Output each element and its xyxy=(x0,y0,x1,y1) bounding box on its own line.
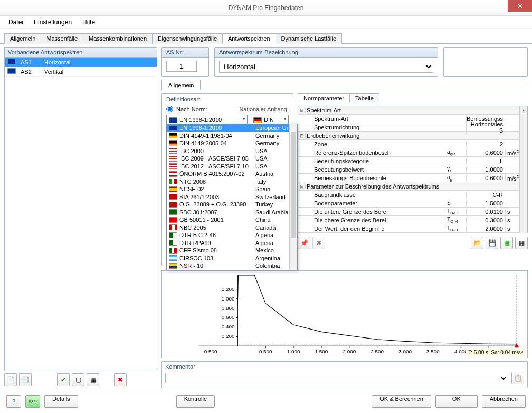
svg-text:-0.500: -0.500 xyxy=(203,349,217,354)
dropdown-item[interactable]: NBC 2005Canada xyxy=(167,224,297,232)
dropdown-item[interactable]: CFE Sismo 08Mexico xyxy=(167,247,297,255)
dropdown-item[interactable]: IBC 2000USA xyxy=(167,147,297,155)
eu-flag-icon xyxy=(7,59,16,64)
dz-flag-icon xyxy=(169,232,177,238)
open-button[interactable]: 📂 xyxy=(471,237,483,249)
list-item[interactable]: AS1Horizontal xyxy=(5,58,157,67)
svg-text:0.800: 0.800 xyxy=(222,305,235,311)
check-button[interactable]: ✔ xyxy=(57,373,70,386)
eu-flag-icon xyxy=(7,68,16,74)
tab-eigenschwingungsfälle[interactable]: Eigenschwingungsfälle xyxy=(152,33,223,44)
grid-button[interactable]: ▦ xyxy=(87,373,99,386)
definitionsart-title: Definitionsart xyxy=(166,96,289,102)
kontrolle-button[interactable]: Kontrolle xyxy=(176,395,215,408)
dropdown-item[interactable]: NTC 2008Italy xyxy=(167,178,297,186)
dropdown-item[interactable]: O.G. 23089 + O.G. 23390Turkey xyxy=(167,201,297,209)
svg-text:0.400: 0.400 xyxy=(222,324,235,330)
us-flag-icon xyxy=(169,163,177,169)
spectra-list[interactable]: AS1HorizontalAS2Vertikal xyxy=(4,58,157,371)
help-button[interactable]: ? xyxy=(6,395,21,408)
tab-massenkombinationen[interactable]: Massenkombinationen xyxy=(83,33,153,44)
dropdown-item[interactable]: ÖNORM B 4015:2007-02Austria xyxy=(167,170,297,178)
kommentar-label: Kommentar xyxy=(165,363,524,370)
ch-flag-icon xyxy=(169,194,177,200)
tab-tabelle[interactable]: Tabelle xyxy=(349,93,379,102)
close-button[interactable]: ✕ xyxy=(508,0,532,12)
prop-row[interactable]: Die untere Grenze des BereTB-H0.0100s xyxy=(298,208,527,216)
copy-button[interactable]: 📑 xyxy=(19,373,32,386)
norm-dropdown-list[interactable]: EN 1998-1:2010European UnionDIN 4149-1:1… xyxy=(166,124,298,270)
kommentar-list-button[interactable]: 📋 xyxy=(511,372,524,384)
unpin-button[interactable]: ✖ xyxy=(312,237,325,249)
main-tabbar: AllgemeinMassenfälleMassenkombinationenE… xyxy=(0,33,532,44)
property-grid[interactable]: ⊟Spektrum-ArtSpektrum-ArtBemessungssSpek… xyxy=(298,106,528,233)
new-button[interactable]: 📄 xyxy=(4,373,17,386)
prop-row[interactable]: BedeutungskategorieII xyxy=(298,157,527,165)
menu-settings[interactable]: Einstellungen xyxy=(30,17,76,27)
dropdown-item[interactable]: GB 50011 - 2001China xyxy=(167,216,297,224)
mx-flag-icon xyxy=(169,248,177,254)
ok-berechnen-button[interactable]: OK & Berechnen xyxy=(372,395,431,408)
svg-text:4.500: 4.500 xyxy=(482,349,496,354)
kommentar-input[interactable] xyxy=(165,373,508,383)
dropdown-item[interactable]: SBC 301:2007Saudi Arabia xyxy=(167,209,297,217)
tab-normparameter[interactable]: Normparameter xyxy=(298,93,350,102)
prop-row[interactable]: Zone2 xyxy=(298,140,527,148)
prop-row[interactable]: BaugrundklasseC-R xyxy=(298,191,527,199)
tab-dynamische lastfälle[interactable]: Dynamische Lastfälle xyxy=(276,33,343,44)
bezeichnung-input[interactable]: Horizontal xyxy=(219,61,433,73)
svg-text:3.000: 3.000 xyxy=(398,349,412,354)
cancel-button[interactable]: Abbrechen xyxy=(482,395,526,408)
bezeichnung-group: Antwortspektrum-Bezeichnung Horizontal xyxy=(214,47,438,77)
dz-flag-icon xyxy=(169,240,177,246)
prop-group[interactable]: ⊟Parameter zur Beschreibung des Antworts… xyxy=(298,182,527,191)
radio-nach-norm[interactable] xyxy=(166,106,173,112)
cn-flag-icon xyxy=(169,217,177,223)
svg-text:0.600: 0.600 xyxy=(222,314,235,320)
prop-group[interactable]: ⊟Spektrum-Art xyxy=(298,106,527,115)
menu-file[interactable]: Datei xyxy=(4,17,27,27)
dropdown-item[interactable]: NSR - 10Colombia xyxy=(167,262,297,270)
asnr-group: AS Nr.: xyxy=(162,47,209,77)
delete-button[interactable]: ✖ xyxy=(114,373,127,386)
list-item[interactable]: AS2Vertikal xyxy=(5,67,157,77)
dropdown-item[interactable]: NCSE-02Spain xyxy=(167,185,297,193)
asnr-input[interactable] xyxy=(166,61,197,72)
prop-row[interactable]: Der Wert, der den Beginn dTD-H2.0000s xyxy=(298,224,527,233)
dropdown-item[interactable]: SIA 261/1:2003Switzerland xyxy=(167,193,297,201)
tab-allgemein[interactable]: Allgemein xyxy=(4,33,41,44)
dropdown-item[interactable]: DTR B C 2-48Algeria xyxy=(167,231,297,239)
details-button[interactable]: Details xyxy=(44,395,78,408)
prop-row[interactable]: Referenz-SpitzenbodenbeschagR0.6000m/s2 xyxy=(298,148,527,157)
dropdown-item[interactable]: DIN 4149:2005-04Germany xyxy=(167,139,297,147)
dropdown-item[interactable]: IBC 2012 - ASCE/SEI 7-10USA xyxy=(167,163,297,171)
prop-row[interactable]: BedeutungsbeiwertγI1.0000 xyxy=(298,165,527,174)
uncheck-button[interactable]: ▢ xyxy=(72,373,84,386)
subtab-allgemein[interactable]: Allgemein xyxy=(162,80,201,90)
prop-row[interactable]: SpektrumrichtungHorizontales S xyxy=(298,123,527,132)
de-flag-icon xyxy=(253,117,262,123)
dropdown-item[interactable]: DIN 4149-1:1981-04Germany xyxy=(167,132,297,140)
propgrid-scrollbar[interactable]: ▴ xyxy=(519,106,527,233)
prop-group[interactable]: ⊟Erdbebeneinwirkung xyxy=(298,132,527,140)
ca-flag-icon xyxy=(169,224,177,230)
export-button[interactable]: ▦ xyxy=(500,237,513,249)
ok-button[interactable]: OK xyxy=(435,395,478,408)
pin-button[interactable]: 📌 xyxy=(298,237,310,249)
prop-row[interactable]: Bemessungs-Bodenbeschleag0.6000m/s2 xyxy=(298,174,527,182)
import-button[interactable]: ▦ xyxy=(515,237,528,249)
tab-massenfälle[interactable]: Massenfälle xyxy=(41,33,83,44)
menu-help[interactable]: Hilfe xyxy=(78,17,99,27)
save-button[interactable]: 💾 xyxy=(486,237,498,249)
us-flag-icon xyxy=(169,148,177,154)
prop-row[interactable]: Die obere Grenze des BereiTC-H0.3000s xyxy=(298,216,527,224)
dropdown-item[interactable]: EN 1998-1:2010European Union xyxy=(167,124,297,132)
asnr-label: AS Nr.: xyxy=(162,48,208,58)
units-button[interactable]: 0,00 xyxy=(25,395,40,408)
dropdown-scrollbar[interactable] xyxy=(289,124,297,270)
tab-antwortspektren[interactable]: Antwortspektren xyxy=(222,33,276,44)
dropdown-item[interactable]: DTR RPA99Algeria xyxy=(167,239,297,247)
dropdown-item[interactable]: IBC 2009 - ASCE/SEI 7-05USA xyxy=(167,155,297,163)
dropdown-item[interactable]: CIRSOC 103Argentina xyxy=(167,255,297,262)
prop-row[interactable]: BodenparameterS1.5000 xyxy=(298,199,527,208)
